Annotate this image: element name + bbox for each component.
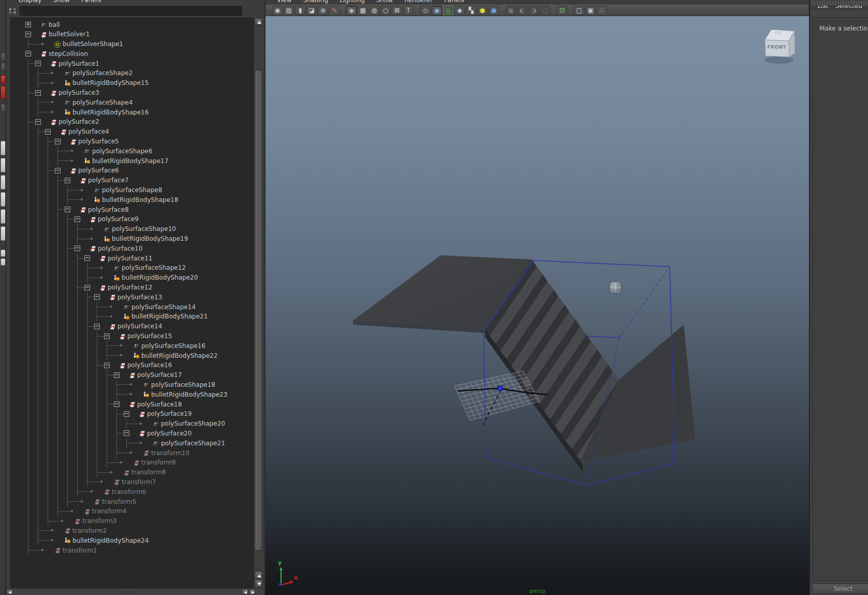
viewcube-top-label[interactable]: TOP — [775, 31, 783, 36]
outliner-menu-show[interactable]: Show — [47, 0, 75, 4]
outliner-item-polySurface16[interactable]: −polySurface16 — [11, 360, 253, 370]
outliner-item-bulletRigidBodyShape20[interactable]: bulletRigidBodyShape20 — [11, 273, 253, 283]
collapse-toggle[interactable]: − — [104, 362, 110, 368]
toolbox-partial-button[interactable] — [1, 250, 6, 257]
outliner-item-polySurface11[interactable]: −polySurface11 — [11, 253, 253, 263]
outliner-item-transform2[interactable]: transform2 — [11, 526, 253, 535]
outliner-item-transform4[interactable]: transform4 — [11, 506, 253, 516]
outliner-item-polySurfaceShape12[interactable]: polySurfaceShape12 — [11, 263, 253, 273]
outliner-item-transform3[interactable]: transform3 — [11, 516, 253, 526]
xray-joints-icon[interactable]: ◑ — [528, 6, 539, 15]
collapse-toggle[interactable]: − — [94, 324, 100, 329]
outliner-item-stepCollision[interactable]: −stepCollision — [11, 49, 253, 59]
outliner-item-bulletRigidBodyShape22[interactable]: bulletRigidBodyShape22 — [11, 351, 253, 360]
outliner-item-polySurface12[interactable]: −polySurface12 — [11, 283, 253, 293]
outliner-vscroll-track[interactable] — [255, 26, 262, 570]
outliner-item-polySurface17[interactable]: −polySurface17 — [11, 370, 253, 380]
outliner-item-transform6[interactable]: transform6 — [11, 487, 253, 497]
outliner-item-polySurface10[interactable]: −polySurface10 — [11, 243, 253, 253]
outliner-item-polySurface2[interactable]: −polySurface2 — [11, 117, 253, 127]
outliner-item-polySurfaceShape21[interactable]: polySurfaceShape21 — [11, 438, 253, 448]
viewport-3d-area[interactable]: persp FRONT TOP y x — [266, 16, 810, 595]
two-d-pan-zoom-icon[interactable]: ⊕ — [318, 6, 328, 15]
collapse-toggle[interactable]: − — [94, 294, 100, 300]
collapse-toggle[interactable]: − — [55, 139, 61, 144]
toolbox-partial-button[interactable] — [1, 141, 6, 155]
outliner-menu-display[interactable]: Display — [13, 0, 47, 4]
outliner-hscroll-track[interactable] — [6, 588, 263, 595]
toolbox-partial-button[interactable] — [1, 192, 6, 207]
use-default-material-icon[interactable]: ▚ — [466, 6, 476, 15]
outliner-filter-icon[interactable] — [8, 7, 17, 15]
wireframe-icon[interactable]: ◇ — [420, 6, 431, 15]
collapse-toggle[interactable]: − — [84, 285, 90, 291]
outliner-item-polySurfaceShape20[interactable]: polySurfaceShape20 — [11, 419, 253, 429]
toolbox-partial-button[interactable] — [1, 258, 6, 266]
viewport-menu-panels[interactable]: Panels — [438, 0, 470, 4]
outliner-item-bulletSolver1[interactable]: −bulletSolver1 — [11, 30, 253, 39]
wireframe-on-shaded-icon[interactable]: ◎ — [443, 6, 453, 15]
collapse-toggle[interactable]: − — [75, 245, 80, 251]
textured-icon[interactable]: ◆ — [454, 6, 465, 15]
isolate-select-icon[interactable]: ▣ — [506, 6, 516, 15]
expand-toggle[interactable]: + — [25, 22, 31, 27]
outliner-item-transform10[interactable]: transform10 — [11, 448, 253, 458]
collapse-toggle[interactable]: − — [65, 178, 70, 183]
outliner-item-transform7[interactable]: transform7 — [11, 477, 253, 487]
outliner-item-polySurface1[interactable]: −polySurface1 — [11, 59, 253, 68]
toolbox-partial-button[interactable] — [1, 75, 6, 84]
collapse-toggle[interactable]: − — [84, 255, 90, 261]
outliner-item-polySurface19[interactable]: −polySurface19 — [11, 409, 253, 419]
outliner-item-polySurface9[interactable]: −polySurface9 — [11, 214, 253, 224]
collapse-toggle[interactable]: − — [25, 51, 31, 56]
outliner-menu-panels[interactable]: Panels — [76, 0, 107, 4]
collapse-toggle[interactable]: − — [124, 411, 129, 417]
outliner-item-polySurface20[interactable]: −polySurface20 — [11, 428, 253, 438]
outliner-vscroll-down-button[interactable] — [255, 579, 262, 587]
select-button[interactable]: Select — [812, 584, 868, 594]
plugin-objects-icon[interactable]: □ — [574, 6, 584, 15]
collapse-toggle[interactable]: − — [114, 372, 120, 378]
outliner-item-polySurface8[interactable]: −polySurface8 — [11, 205, 253, 214]
safe-action-icon[interactable]: ⊠ — [392, 6, 402, 15]
outliner-item-polySurfaceShape2[interactable]: polySurfaceShape2 — [11, 68, 253, 78]
viewport-menu-view[interactable]: View — [271, 0, 297, 4]
viewport-menu-show[interactable]: Show — [371, 0, 399, 4]
collapse-toggle[interactable]: − — [45, 129, 51, 135]
resolution-gate-icon[interactable]: ▦ — [358, 6, 368, 15]
outliner-item-bulletSolverShape1[interactable]: bulletSolverShape1 — [11, 39, 253, 49]
toolbox-partial-button[interactable] — [1, 63, 6, 71]
right-panel-menu-selected[interactable]: Selected — [835, 6, 862, 9]
viewport-menu-shading[interactable]: Shading — [297, 0, 334, 4]
outliner-item-polySurface15[interactable]: −polySurface15 — [11, 331, 253, 341]
collapse-toggle[interactable]: − — [35, 61, 41, 66]
film-gate-icon[interactable]: ◈ — [346, 6, 357, 15]
select-camera-icon[interactable]: ◉ — [272, 6, 283, 15]
grease-pencil-icon[interactable]: ✎ — [329, 6, 340, 15]
outliner-item-polySurface3[interactable]: −polySurface3 — [11, 88, 253, 98]
right-panel-menu-list[interactable]: List — [817, 6, 828, 9]
outliner-item-polySurfaceShape16[interactable]: polySurfaceShape16 — [11, 341, 253, 351]
outliner-item-polySurfaceShape4[interactable]: polySurfaceShape4 — [11, 97, 253, 107]
panel-drag-handle[interactable] — [812, 4, 867, 5]
outliner-item-bulletRigidBodyShape15[interactable]: bulletRigidBodyShape15 — [11, 78, 253, 88]
selection-highlighting-icon[interactable]: ⊡ — [557, 6, 567, 15]
collapse-toggle[interactable]: − — [25, 32, 31, 37]
outliner-item-transform1[interactable]: transform1 — [11, 545, 253, 555]
outliner-hscroll-right-button[interactable] — [249, 589, 256, 595]
bookmarks-icon[interactable]: ▮ — [295, 6, 305, 15]
lights-default-icon[interactable]: ● — [477, 6, 488, 15]
toolbox-partial-button[interactable] — [1, 104, 6, 112]
outliner-search-input[interactable] — [20, 6, 242, 16]
outliner-item-polySurfaceShape6[interactable]: polySurfaceShape6 — [11, 146, 253, 156]
outliner-item-polySurface7[interactable]: −polySurface7 — [11, 176, 253, 185]
collapse-toggle[interactable]: − — [65, 207, 70, 212]
toolbox-partial-button[interactable] — [1, 226, 6, 241]
outliner-item-bulletRigidBodyShape18[interactable]: bulletRigidBodyShape18 — [11, 195, 253, 205]
lights-all-icon[interactable]: ● — [489, 6, 499, 15]
outliner-item-polySurfaceShape8[interactable]: polySurfaceShape8 — [11, 185, 253, 195]
toolbox-partial-button[interactable] — [1, 158, 6, 172]
outliner-item-polySurfaceShape10[interactable]: polySurfaceShape10 — [11, 224, 253, 234]
viewcube-front-label[interactable]: FRONT — [760, 45, 793, 50]
toolbox-partial-button[interactable] — [1, 209, 6, 224]
